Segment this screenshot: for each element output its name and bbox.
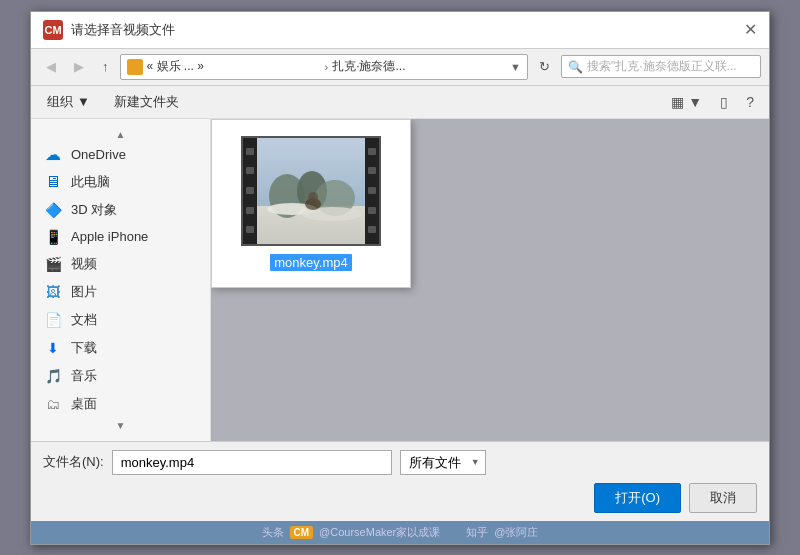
file-dialog: CM 请选择音视频文件 ✕ ◀ ▶ ↑ « 娱乐 ... » › 扎克·施奈德.… [30, 11, 770, 545]
action-row: 打开(O) 取消 [43, 483, 757, 513]
scene-svg [257, 136, 365, 246]
watermark-source2: @CourseMaker家以成课 [319, 525, 440, 540]
breadcrumb-prefix: « 娱乐 ... » [147, 58, 321, 75]
back-button[interactable]: ◀ [39, 55, 63, 78]
film-hole [368, 148, 376, 155]
view-icon: ▦ [671, 94, 684, 110]
watermark-logo: CM [290, 526, 314, 539]
sidebar-item-video[interactable]: 🎬 视频 [31, 250, 210, 278]
new-folder-button[interactable]: 新建文件夹 [106, 90, 187, 114]
close-button[interactable]: ✕ [744, 22, 757, 38]
open-button[interactable]: 打开(O) [594, 483, 681, 513]
up-button[interactable]: ↑ [95, 55, 116, 78]
sidebar-item-this-pc[interactable]: 🖥 此电脑 [31, 168, 210, 196]
filetype-select[interactable]: 所有文件 [400, 450, 486, 475]
onedrive-icon: ☁ [43, 147, 63, 163]
sidebar-label-apple-iphone: Apple iPhone [71, 229, 148, 244]
titlebar-left: CM 请选择音视频文件 [43, 20, 175, 40]
images-folder-icon: 🖼 [43, 284, 63, 300]
film-strip [243, 138, 379, 244]
view-dropdown-icon: ▼ [688, 94, 702, 110]
filename-input[interactable] [112, 450, 392, 475]
sidebar-item-documents[interactable]: 📄 文档 [31, 306, 210, 334]
view-toggle-button[interactable]: ▦ ▼ [664, 90, 709, 114]
organize-dropdown-icon: ▼ [77, 94, 90, 109]
film-hole [246, 187, 254, 194]
film-hole [246, 148, 254, 155]
main-area: ▲ ☁ OneDrive 🖥 此电脑 🔷 3D 对象 📱 Apple iPhon… [31, 119, 769, 441]
phone-icon: 📱 [43, 229, 63, 245]
cm-logo-icon: CM [43, 20, 63, 40]
watermark-source4: @张阿庄 [494, 525, 538, 540]
film-hole [368, 187, 376, 194]
sidebar-label-downloads: 下载 [71, 339, 97, 357]
cancel-button[interactable]: 取消 [689, 483, 757, 513]
titlebar: CM 请选择音视频文件 ✕ [31, 12, 769, 49]
breadcrumb-sep: › [324, 61, 328, 73]
organize-button[interactable]: 组织 ▼ [39, 90, 98, 114]
filename-row: 文件名(N): 所有文件 [43, 450, 757, 475]
sidebar-item-onedrive[interactable]: ☁ OneDrive [31, 142, 210, 168]
breadcrumb[interactable]: « 娱乐 ... » › 扎克·施奈德... ▼ [120, 54, 529, 80]
other-folder-icon: 🗂 [43, 396, 63, 412]
film-left [243, 138, 257, 244]
filetype-select-wrapper[interactable]: 所有文件 [400, 450, 486, 475]
search-text: 搜索"扎克·施奈德版正义联... [587, 58, 754, 75]
svg-point-8 [308, 192, 318, 202]
film-hole [246, 207, 254, 214]
documents-folder-icon: 📄 [43, 312, 63, 328]
pane-toggle-button[interactable]: ▯ [713, 90, 735, 114]
film-content [257, 138, 365, 244]
forward-button[interactable]: ▶ [67, 55, 91, 78]
music-folder-icon: 🎵 [43, 368, 63, 384]
sidebar-item-3d-objects[interactable]: 🔷 3D 对象 [31, 196, 210, 224]
sidebar-label-this-pc: 此电脑 [71, 173, 110, 191]
content-area: monkey.mp4 [211, 119, 769, 441]
file-thumbnail[interactable] [241, 136, 381, 246]
help-button[interactable]: ? [739, 90, 761, 114]
sidebar-label-onedrive: OneDrive [71, 147, 126, 162]
scroll-up-area[interactable]: ▲ [31, 127, 210, 142]
sidebar-label-video: 视频 [71, 255, 97, 273]
pc-icon: 🖥 [43, 174, 63, 190]
file-popup: monkey.mp4 [211, 119, 411, 288]
film-hole [246, 167, 254, 174]
organize-label: 组织 [47, 93, 73, 111]
sidebar-label-3d: 3D 对象 [71, 201, 117, 219]
film-hole [246, 226, 254, 233]
sidebar-item-other[interactable]: 🗂 桌面 [31, 390, 210, 418]
folder-icon [127, 59, 143, 75]
3d-icon: 🔷 [43, 202, 63, 218]
nav-bar: ◀ ▶ ↑ « 娱乐 ... » › 扎克·施奈德... ▼ ↻ 🔍 搜索"扎克… [31, 49, 769, 86]
sidebar-item-music[interactable]: 🎵 音乐 [31, 362, 210, 390]
watermark-source1: 头条 [262, 525, 284, 540]
sidebar-label-images: 图片 [71, 283, 97, 301]
breadcrumb-path: 扎克·施奈德... [332, 58, 506, 75]
sidebar-label-documents: 文档 [71, 311, 97, 329]
sidebar-item-downloads[interactable]: ⬇ 下载 [31, 334, 210, 362]
watermark-bar: 头条 CM @CourseMaker家以成课 知乎 @张阿庄 [31, 521, 769, 544]
sidebar-item-apple-iphone[interactable]: 📱 Apple iPhone [31, 224, 210, 250]
sidebar: ▲ ☁ OneDrive 🖥 此电脑 🔷 3D 对象 📱 Apple iPhon… [31, 119, 211, 441]
toolbar: 组织 ▼ 新建文件夹 ▦ ▼ ▯ ? [31, 86, 769, 119]
filename-label: 文件名(N): [43, 453, 104, 471]
file-name-label[interactable]: monkey.mp4 [270, 254, 351, 271]
bottom-bar: 文件名(N): 所有文件 打开(O) 取消 [31, 441, 769, 521]
dialog-title: 请选择音视频文件 [71, 21, 175, 39]
watermark-source3: 知乎 [466, 525, 488, 540]
scroll-up-icon: ▲ [116, 129, 126, 140]
toolbar-right: ▦ ▼ ▯ ? [664, 90, 761, 114]
film-hole [368, 167, 376, 174]
refresh-button[interactable]: ↻ [532, 55, 557, 78]
scroll-down-area[interactable]: ▼ [31, 418, 210, 433]
sidebar-label-music: 音乐 [71, 367, 97, 385]
downloads-folder-icon: ⬇ [43, 340, 63, 356]
film-right [365, 138, 379, 244]
film-hole [368, 226, 376, 233]
film-hole [368, 207, 376, 214]
search-icon: 🔍 [568, 60, 583, 74]
sidebar-label-other: 桌面 [71, 395, 97, 413]
breadcrumb-dropdown-icon: ▼ [510, 61, 521, 73]
sidebar-item-images[interactable]: 🖼 图片 [31, 278, 210, 306]
search-bar[interactable]: 🔍 搜索"扎克·施奈德版正义联... [561, 55, 761, 78]
